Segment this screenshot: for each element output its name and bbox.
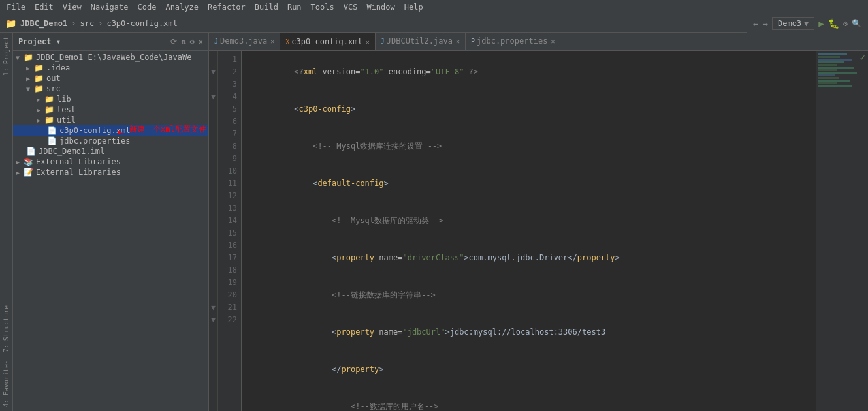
jdbc-props-icon: 📄	[47, 136, 57, 145]
tree-label-root: JDBC_Demo1 E:\JavaWeb_Code\JavaWe	[36, 53, 191, 62]
back-button[interactable]: ←	[753, 18, 758, 29]
test-folder-icon: 📁	[44, 105, 54, 114]
menu-navigate[interactable]: Navigate	[87, 1, 133, 13]
menu-build[interactable]: Build	[251, 1, 282, 13]
sidebar-icons: ⟳ ⇅ ⚙ ✕	[170, 37, 203, 46]
code-line-9: </property>	[247, 351, 811, 388]
tree-item-out[interactable]: ▶ 📁 out	[13, 73, 208, 84]
c3p0-file-icon: 📄	[47, 126, 57, 135]
demo3-java-icon: J	[214, 38, 218, 45]
tree-item-ext-libs[interactable]: ▶ 📚 External Libraries	[13, 157, 208, 167]
tree-item-src[interactable]: ▼ 📁 src	[13, 84, 208, 94]
tab-jdbcutil2-label: JDBCUtil2.java	[387, 37, 453, 46]
tree-item-scratches[interactable]: ▶ 📝 External Libraries	[13, 167, 208, 177]
tree-item-lib[interactable]: ▶ 📁 lib	[13, 94, 208, 104]
tree-item-iml[interactable]: 📄 JDBC_Demo1.iml	[13, 146, 208, 157]
jdbc-props-tab-icon: P	[471, 38, 475, 45]
sidebar-settings-icon[interactable]: ⚙	[190, 37, 195, 46]
breadcrumb-sep2: ›	[98, 19, 103, 28]
code-line-5: <!--Mysql数据库的驱动类-->	[247, 202, 811, 239]
tab-jdbcutil2[interactable]: J JDBCUtil2.java ✕	[376, 33, 466, 50]
menu-view[interactable]: View	[59, 1, 86, 13]
tab-demo3-close[interactable]: ✕	[270, 38, 274, 45]
breadcrumb-file: c3p0-config.xml	[106, 19, 177, 28]
arrow-out-icon: ▶	[26, 75, 34, 82]
menu-window[interactable]: Window	[362, 1, 398, 13]
tree-label-ext-libs: External Libraries	[36, 157, 121, 166]
sidebar-header: Project ▾ ⟳ ⇅ ⚙ ✕	[13, 33, 208, 51]
scratches-icon: 📝	[24, 168, 33, 177]
project-tree: ▼ 📁 JDBC_Demo1 E:\JavaWeb_Code\JavaWe ▶ …	[13, 51, 208, 411]
sidebar-title: Project ▾	[18, 37, 61, 46]
code-line-4: <default-config>	[247, 165, 811, 202]
arrow-lib-icon: ▶	[37, 96, 44, 103]
src-folder-icon: 📁	[34, 84, 44, 93]
tab-jdbc-props-close[interactable]: ✕	[551, 38, 555, 45]
project-title: JDBC_Demo1	[20, 19, 67, 28]
tree-label-out: out	[46, 74, 61, 83]
left-tab-structure[interactable]: 7: Structure	[1, 301, 11, 356]
tab-c3p0-close[interactable]: ✕	[366, 38, 370, 46]
tab-c3p0-label: c3p0-config.xml	[291, 37, 362, 46]
tab-jdbc-props[interactable]: P jdbc.properties ✕	[466, 33, 560, 50]
tree-item-jdbc-props[interactable]: 📄 jdbc.properties	[13, 136, 208, 146]
settings-button[interactable]: ⚙	[843, 19, 848, 28]
arrow-src-icon: ▼	[26, 85, 34, 93]
tree-item-util[interactable]: ▶ 📁 util	[13, 115, 208, 125]
tab-c3p0[interactable]: X c3p0-config.xml ✕	[280, 33, 375, 50]
annotation-text: 新建一个xml配置文件	[129, 125, 206, 135]
menu-file[interactable]: File	[3, 1, 29, 13]
tabs-bar: J Demo3.java ✕ X c3p0-config.xml ✕ J JDB…	[209, 33, 868, 51]
menu-refactor[interactable]: Refactor	[204, 1, 249, 13]
tree-label-util: util	[57, 115, 76, 125]
ext-libs-icon: 📚	[24, 157, 33, 166]
idea-folder-icon: 📁	[34, 63, 44, 72]
arrow-icon: ▼	[16, 54, 24, 61]
tree-item-test[interactable]: ▶ 📁 test	[13, 104, 208, 115]
validation-checkmark: ✓	[860, 52, 865, 63]
project-folder-icon: 📁	[24, 53, 33, 62]
code-line-2: <c3p0-config>	[247, 91, 811, 128]
main-layout: 1: Project 7: Structure 4: Favorites Pro…	[0, 33, 868, 411]
util-folder-icon: 📁	[44, 115, 54, 125]
menu-tools[interactable]: Tools	[307, 1, 338, 13]
run-config-selector[interactable]: Demo3 ▼	[772, 17, 814, 30]
tree-item-c3p0[interactable]: 📄 c3p0-config.xml ← 新建一个xml配置文件	[13, 125, 208, 136]
menu-run[interactable]: Run	[283, 1, 306, 13]
tree-label-iml: JDBC_Demo1.iml	[39, 147, 104, 156]
tree-item-root[interactable]: ▼ 📁 JDBC_Demo1 E:\JavaWeb_Code\JavaWe	[13, 52, 208, 63]
jdbcutil2-java-icon: J	[381, 38, 385, 45]
tree-label-test: test	[57, 105, 76, 114]
sidebar-close-icon[interactable]: ✕	[199, 37, 203, 46]
arrow-scratches-icon: ▶	[16, 169, 24, 176]
sidebar-expand-icon[interactable]: ⇅	[181, 37, 185, 46]
code-line-1: <?xml version="1.0" encoding="UTF-8" ?>	[247, 53, 811, 91]
breadcrumb-src: src	[80, 19, 94, 28]
tab-jdbcutil2-close[interactable]: ✕	[456, 38, 460, 45]
code-line-10: <!--数据库的用户名-->	[247, 388, 811, 411]
tree-label-lib: lib	[57, 95, 71, 104]
menu-code[interactable]: Code	[134, 1, 161, 13]
forward-button[interactable]: →	[763, 18, 768, 29]
left-tab-favorites[interactable]: 4: Favorites	[1, 356, 11, 411]
menu-analyze[interactable]: Analyze	[161, 1, 202, 13]
menu-vcs[interactable]: VCS	[340, 1, 362, 13]
search-button[interactable]: 🔍	[852, 19, 861, 28]
arrow-test-icon: ▶	[37, 106, 44, 114]
sidebar-sync-icon[interactable]: ⟳	[170, 37, 177, 46]
code-line-8: <property name="jdbcUrl">jdbc:mysql://lo…	[247, 314, 811, 351]
menu-edit[interactable]: Edit	[31, 1, 57, 13]
out-folder-icon: 📁	[34, 74, 44, 83]
tree-label-src: src	[46, 84, 61, 93]
arrow-idea-icon: ▶	[26, 65, 34, 72]
left-tab-project[interactable]: 1: Project	[1, 33, 11, 80]
menu-help[interactable]: Help	[400, 1, 427, 13]
tab-demo3[interactable]: J Demo3.java ✕	[209, 33, 280, 50]
code-content[interactable]: <?xml version="1.0" encoding="UTF-8" ?> …	[242, 51, 816, 411]
run-button[interactable]: ▶	[818, 18, 824, 29]
tree-item-idea[interactable]: ▶ 📁 .idea	[13, 63, 208, 73]
arrow-util-icon: ▶	[37, 117, 44, 124]
menu-bar: File Edit View Navigate Code Analyze Ref…	[0, 0, 868, 14]
chevron-down-icon: ▼	[804, 19, 809, 28]
debug-button[interactable]: 🐛	[828, 18, 839, 29]
